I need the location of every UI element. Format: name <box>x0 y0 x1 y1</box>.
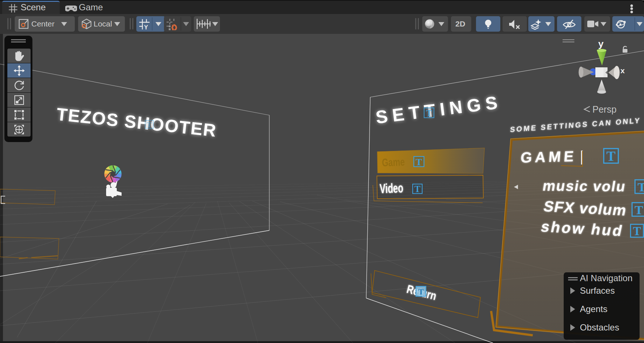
svg-text:Video: Video <box>379 180 403 196</box>
svg-text:y: y <box>598 38 604 49</box>
svg-text:SETTINGS: SETTINGS <box>375 92 503 127</box>
svg-text:music volu: music volu <box>542 177 627 194</box>
svg-text:Game: Game <box>382 156 405 169</box>
svg-text:T: T <box>418 287 424 296</box>
svg-text:GAME: GAME <box>520 148 577 166</box>
svg-text:TEZOS SHOOTER: TEZOS SHOOTER <box>56 104 218 140</box>
svg-text:x: x <box>620 66 625 75</box>
svg-text:Y: Y <box>144 24 148 30</box>
svg-text:Persp: Persp <box>592 104 616 114</box>
svg-text:SOME SETTINGS CAN ONLY: SOME SETTINGS CAN ONLY <box>510 116 641 134</box>
